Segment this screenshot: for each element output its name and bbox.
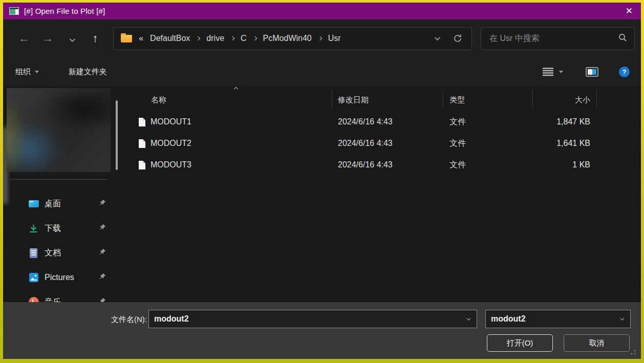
sidebar-item-label: 桌面 <box>45 199 61 209</box>
sidebar-item-pictures[interactable]: Pictures <box>3 265 123 290</box>
chevron-down-icon <box>69 36 75 42</box>
file-icon <box>138 139 146 148</box>
file-type: 文件 <box>443 138 532 149</box>
sidebar-scrollbar[interactable] <box>116 100 118 170</box>
help-button[interactable]: ? <box>619 67 630 77</box>
recent-locations-button[interactable] <box>60 32 83 45</box>
file-row-modout3[interactable]: MODOUT3 2024/6/16 4:43 文件 1 KB <box>123 154 641 176</box>
column-separator[interactable] <box>332 90 332 108</box>
breadcrumb-item-c[interactable]: C <box>241 34 247 43</box>
sidebar-item-desktop[interactable]: 桌面 <box>3 191 123 216</box>
navigation-bar: ← → ↑ « DefaultBox drive C PcModWin40 Us… <box>3 19 641 57</box>
chevron-down-icon[interactable] <box>620 316 624 320</box>
filename-input[interactable] <box>154 314 461 324</box>
file-type: 文件 <box>443 117 532 127</box>
filetype-combobox[interactable] <box>485 310 631 328</box>
breadcrumb-item-defaultbox[interactable]: DefaultBox <box>150 34 190 43</box>
pin-icon <box>99 248 106 258</box>
organize-button[interactable]: 组织 <box>15 67 39 77</box>
chevron-down-icon <box>35 71 39 73</box>
file-list-body: MODOUT1 2024/6/16 4:43 文件 1,847 KB MODOU… <box>123 111 641 176</box>
dialog-title: [#] Open File to Plot [#] <box>24 7 105 15</box>
close-icon[interactable]: ✕ <box>626 7 633 15</box>
sidebar-item-music[interactable]: 音乐 <box>3 290 123 302</box>
address-bar[interactable]: « DefaultBox drive C PcModWin40 Usr <box>113 27 472 50</box>
cancel-button[interactable]: 取消 <box>564 334 630 352</box>
column-separator[interactable] <box>532 90 533 108</box>
preview-pane-right <box>592 69 597 75</box>
app-icon <box>9 7 19 15</box>
search-box[interactable] <box>481 27 635 50</box>
sidebar-item-label: Pictures <box>45 273 74 282</box>
file-type: 文件 <box>443 160 532 170</box>
breadcrumb-item-pcmodwin40[interactable]: PcModWin40 <box>263 34 312 43</box>
column-header-name[interactable]: 名称 <box>123 86 332 109</box>
search-icon[interactable] <box>618 33 627 44</box>
navigation-sidebar: 桌面 下载 <box>3 86 123 302</box>
filename-label: 文件名(N): <box>3 315 147 325</box>
breadcrumb-item-drive[interactable]: drive <box>206 34 224 43</box>
file-date: 2024/6/16 4:43 <box>332 117 443 126</box>
file-row-modout1[interactable]: MODOUT1 2024/6/16 4:43 文件 1,847 KB <box>123 111 641 133</box>
file-icon <box>138 117 146 127</box>
title-bar: [#] Open File to Plot [#] ✕ <box>3 3 641 19</box>
column-header-size[interactable]: 大小 <box>532 86 596 109</box>
preview-pane-left <box>588 69 592 75</box>
organize-label: 组织 <box>15 67 31 77</box>
column-header-date-modified[interactable]: 修改日期 <box>332 86 443 109</box>
up-button[interactable]: ↑ <box>83 32 107 45</box>
sidebar-item-documents[interactable]: 文档 <box>3 241 123 265</box>
search-input[interactable] <box>489 34 618 43</box>
open-button[interactable]: 打开(O) <box>487 334 553 352</box>
address-dropdown-icon[interactable] <box>435 35 440 40</box>
pictures-icon <box>28 272 39 283</box>
blurred-image <box>7 88 111 172</box>
breadcrumb-item-usr[interactable]: Usr <box>328 34 341 43</box>
resize-grip[interactable] <box>630 349 636 355</box>
chevron-down-icon[interactable] <box>466 316 470 320</box>
forward-button[interactable]: → <box>36 32 59 45</box>
file-row-modout2[interactable]: MODOUT2 2024/6/16 4:43 文件 1,641 KB <box>123 133 641 154</box>
list-view-icon[interactable] <box>542 67 554 77</box>
address-bar-controls <box>435 34 462 43</box>
window-frame: [#] Open File to Plot [#] ✕ ← → ↑ « Defa… <box>0 0 644 363</box>
sidebar-item-label: 下载 <box>45 223 61 234</box>
preview-thumbnail[interactable] <box>7 88 111 172</box>
new-folder-label: 新建文件夹 <box>69 67 107 77</box>
documents-icon <box>28 248 39 258</box>
column-separator[interactable] <box>443 90 443 108</box>
desktop-icon <box>28 200 39 207</box>
file-icon <box>138 160 146 170</box>
chevron-right-icon <box>230 36 234 40</box>
chevron-right-icon <box>196 36 200 40</box>
sidebar-item-label: 文档 <box>45 248 61 259</box>
pin-icon <box>99 273 106 283</box>
view-options-dropdown-icon[interactable] <box>559 71 563 73</box>
column-header-type[interactable]: 类型 <box>443 86 532 109</box>
filetype-input[interactable] <box>491 314 615 324</box>
column-separator[interactable] <box>596 90 597 108</box>
music-icon <box>28 297 39 302</box>
filename-combobox[interactable] <box>148 310 477 328</box>
back-button[interactable]: ← <box>12 32 36 45</box>
preview-pane-icon[interactable] <box>586 67 598 77</box>
file-name: MODOUT2 <box>151 139 191 148</box>
folder-icon <box>121 35 132 42</box>
sidebar-item-downloads[interactable]: 下载 <box>3 216 123 241</box>
downloads-icon <box>28 224 39 233</box>
file-name: MODOUT1 <box>151 117 191 126</box>
sidebar-divider <box>10 179 108 180</box>
dialog-footer: 文件名(N): 打开(O) 取消 <box>3 302 641 359</box>
main-area: 桌面 下载 <box>3 86 641 302</box>
pin-icon <box>99 199 106 209</box>
sidebar-item-label: 音乐 <box>45 297 61 303</box>
file-list-header: 名称 修改日期 类型 大小 <box>123 86 641 109</box>
pin-icon <box>99 224 106 233</box>
refresh-icon[interactable] <box>453 34 462 43</box>
breadcrumb-overflow[interactable]: « <box>139 34 143 43</box>
command-bar: 组织 新建文件夹 ? <box>3 57 641 86</box>
chevron-right-icon <box>252 36 256 40</box>
new-folder-button[interactable]: 新建文件夹 <box>69 67 107 77</box>
file-date: 2024/6/16 4:43 <box>332 160 443 169</box>
file-size: 1,847 KB <box>532 117 596 126</box>
